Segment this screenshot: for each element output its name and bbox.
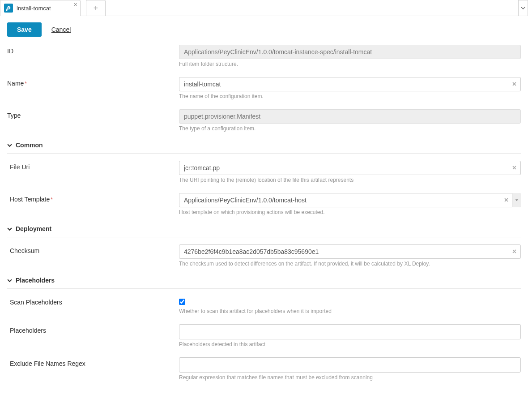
save-button[interactable]: Save xyxy=(7,22,42,37)
scan-placeholders-checkbox[interactable] xyxy=(179,299,185,305)
chevron-down-icon xyxy=(7,278,12,283)
row-name: Name* × The name of the configuration it… xyxy=(7,77,521,99)
help-exclude-regex: Regular expression that matches file nam… xyxy=(179,374,521,381)
help-name: The name of the configuration item. xyxy=(179,93,521,99)
host-template-input[interactable] xyxy=(179,193,521,207)
row-scan-placeholders: Scan Placeholders Whether to scan this a… xyxy=(7,296,521,314)
row-type: Type The type of a configuration item. xyxy=(7,109,521,132)
tab-bar: install-tomcat × + xyxy=(0,0,528,16)
label-type: Type xyxy=(7,109,179,119)
clear-icon[interactable]: × xyxy=(512,80,516,88)
label-id: ID xyxy=(7,45,179,55)
chevron-down-icon xyxy=(7,227,12,231)
label-name: Name* xyxy=(7,77,179,87)
id-input xyxy=(179,45,521,59)
tab-title: install-tomcat xyxy=(17,5,51,12)
help-type: The type of a configuration item. xyxy=(179,125,521,132)
help-placeholders: Placeholders detected in this artifact xyxy=(179,341,521,347)
help-id: Full item folder structure. xyxy=(179,61,521,67)
label-file-uri: File Uri xyxy=(7,161,179,171)
section-deployment[interactable]: Deployment xyxy=(7,225,521,237)
add-tab-button[interactable]: + xyxy=(86,0,106,16)
help-file-uri: The URI pointing to the (remote) locatio… xyxy=(179,177,521,183)
exclude-regex-input[interactable] xyxy=(179,357,521,373)
label-placeholders: Placeholders xyxy=(7,324,179,334)
label-checksum: Checksum xyxy=(7,244,179,254)
section-placeholders[interactable]: Placeholders xyxy=(7,277,521,289)
label-exclude-regex: Exclude File Names Regex xyxy=(7,357,179,367)
checksum-input[interactable] xyxy=(179,244,521,259)
dropdown-caret-icon[interactable] xyxy=(512,193,521,207)
label-host-template: Host Template* xyxy=(7,193,179,203)
type-input xyxy=(179,109,521,124)
section-common[interactable]: Common xyxy=(7,141,521,154)
toolbar: Save Cancel xyxy=(0,16,528,45)
help-checksum: The checksum used to detect differences … xyxy=(179,261,521,267)
name-input[interactable] xyxy=(179,77,521,91)
placeholders-input[interactable] xyxy=(179,324,521,339)
wrench-icon xyxy=(4,4,13,13)
clear-icon[interactable]: × xyxy=(512,164,516,172)
file-uri-input[interactable] xyxy=(179,161,521,175)
clear-icon[interactable]: × xyxy=(512,248,516,256)
help-scan-placeholders: Whether to scan this artifact for placeh… xyxy=(179,308,521,314)
tab-install-tomcat[interactable]: install-tomcat × xyxy=(0,0,81,16)
close-icon[interactable]: × xyxy=(74,1,77,8)
row-file-uri: File Uri × The URI pointing to the (remo… xyxy=(7,161,521,183)
row-checksum: Checksum × The checksum used to detect d… xyxy=(7,244,521,267)
tab-dropdown-button[interactable] xyxy=(518,0,528,16)
help-host-template: Host template on which provisioning acti… xyxy=(179,209,521,215)
cancel-link[interactable]: Cancel xyxy=(51,26,71,33)
row-exclude-regex: Exclude File Names Regex Regular express… xyxy=(7,357,521,381)
label-scan-placeholders: Scan Placeholders xyxy=(7,296,179,306)
chevron-down-icon xyxy=(7,143,12,148)
clear-icon[interactable]: × xyxy=(504,196,508,204)
row-id: ID Full item folder structure. xyxy=(7,45,521,67)
row-host-template: Host Template* × Host template on which … xyxy=(7,193,521,215)
row-placeholders: Placeholders Placeholders detected in th… xyxy=(7,324,521,347)
